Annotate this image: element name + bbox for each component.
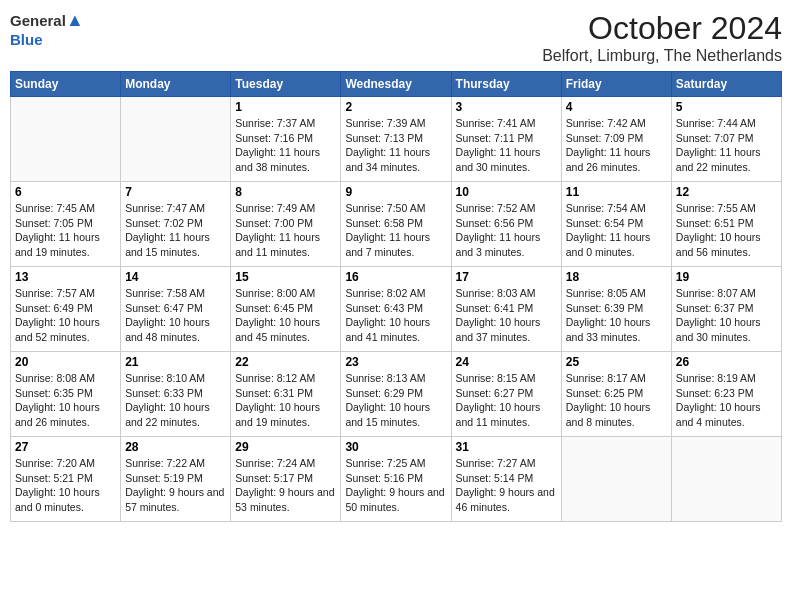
table-row: 27 Sunrise: 7:20 AM Sunset: 5:21 PM Dayl… [11,437,121,522]
sunrise: Sunrise: 7:20 AM [15,457,95,469]
day-number: 17 [456,270,557,284]
day-number: 5 [676,100,777,114]
sunset: Sunset: 7:07 PM [676,132,754,144]
day-number: 14 [125,270,226,284]
daylight-hours: Daylight: 9 hours and 50 minutes. [345,486,444,513]
sunrise: Sunrise: 8:19 AM [676,372,756,384]
table-row: 16 Sunrise: 8:02 AM Sunset: 6:43 PM Dayl… [341,267,451,352]
daylight-hours: Daylight: 11 hours and 30 minutes. [456,146,541,173]
day-number: 20 [15,355,116,369]
sunset: Sunset: 6:23 PM [676,387,754,399]
day-number: 16 [345,270,446,284]
sunrise: Sunrise: 7:54 AM [566,202,646,214]
table-row: 2 Sunrise: 7:39 AM Sunset: 7:13 PM Dayli… [341,97,451,182]
table-row [671,437,781,522]
day-number: 12 [676,185,777,199]
day-number: 22 [235,355,336,369]
sunset: Sunset: 6:41 PM [456,302,534,314]
table-row: 12 Sunrise: 7:55 AM Sunset: 6:51 PM Dayl… [671,182,781,267]
daylight-hours: Daylight: 9 hours and 53 minutes. [235,486,334,513]
sunrise: Sunrise: 8:02 AM [345,287,425,299]
sunrise: Sunrise: 7:27 AM [456,457,536,469]
header-tuesday: Tuesday [231,72,341,97]
table-row: 23 Sunrise: 8:13 AM Sunset: 6:29 PM Dayl… [341,352,451,437]
table-row: 30 Sunrise: 7:25 AM Sunset: 5:16 PM Dayl… [341,437,451,522]
daylight-hours: Daylight: 11 hours and 34 minutes. [345,146,430,173]
header-sunday: Sunday [11,72,121,97]
sunrise: Sunrise: 7:25 AM [345,457,425,469]
logo-bird-icon: ▲ [66,10,84,30]
daylight-hours: Daylight: 11 hours and 22 minutes. [676,146,761,173]
table-row: 20 Sunrise: 8:08 AM Sunset: 6:35 PM Dayl… [11,352,121,437]
day-number: 27 [15,440,116,454]
location-title: Belfort, Limburg, The Netherlands [542,47,782,65]
table-row: 3 Sunrise: 7:41 AM Sunset: 7:11 PM Dayli… [451,97,561,182]
sunrise: Sunrise: 7:37 AM [235,117,315,129]
sunrise: Sunrise: 7:44 AM [676,117,756,129]
table-row: 13 Sunrise: 7:57 AM Sunset: 6:49 PM Dayl… [11,267,121,352]
sunset: Sunset: 5:19 PM [125,472,203,484]
daylight-hours: Daylight: 10 hours and 30 minutes. [676,316,761,343]
sunrise: Sunrise: 8:10 AM [125,372,205,384]
table-row: 28 Sunrise: 7:22 AM Sunset: 5:19 PM Dayl… [121,437,231,522]
daylight-hours: Daylight: 11 hours and 38 minutes. [235,146,320,173]
day-number: 7 [125,185,226,199]
sunrise: Sunrise: 8:17 AM [566,372,646,384]
sunset: Sunset: 6:31 PM [235,387,313,399]
sunset: Sunset: 6:27 PM [456,387,534,399]
table-row: 24 Sunrise: 8:15 AM Sunset: 6:27 PM Dayl… [451,352,561,437]
day-number: 25 [566,355,667,369]
table-row: 26 Sunrise: 8:19 AM Sunset: 6:23 PM Dayl… [671,352,781,437]
sunrise: Sunrise: 8:13 AM [345,372,425,384]
sunset: Sunset: 6:56 PM [456,217,534,229]
header-saturday: Saturday [671,72,781,97]
sunrise: Sunrise: 7:45 AM [15,202,95,214]
daylight-hours: Daylight: 10 hours and 11 minutes. [456,401,541,428]
daylight-hours: Daylight: 10 hours and 19 minutes. [235,401,320,428]
sunset: Sunset: 6:37 PM [676,302,754,314]
day-number: 29 [235,440,336,454]
table-row [11,97,121,182]
sunset: Sunset: 6:25 PM [566,387,644,399]
day-number: 13 [15,270,116,284]
table-row [121,97,231,182]
sunrise: Sunrise: 7:50 AM [345,202,425,214]
page-header: General▲ Blue October 2024 Belfort, Limb… [10,10,782,65]
sunset: Sunset: 6:29 PM [345,387,423,399]
daylight-hours: Daylight: 11 hours and 0 minutes. [566,231,651,258]
day-number: 18 [566,270,667,284]
sunset: Sunset: 6:43 PM [345,302,423,314]
table-row: 21 Sunrise: 8:10 AM Sunset: 6:33 PM Dayl… [121,352,231,437]
sunrise: Sunrise: 7:49 AM [235,202,315,214]
logo: General▲ Blue [10,10,84,48]
header-monday: Monday [121,72,231,97]
table-row: 29 Sunrise: 7:24 AM Sunset: 5:17 PM Dayl… [231,437,341,522]
daylight-hours: Daylight: 10 hours and 37 minutes. [456,316,541,343]
sunset: Sunset: 6:45 PM [235,302,313,314]
daylight-hours: Daylight: 11 hours and 11 minutes. [235,231,320,258]
sunrise: Sunrise: 7:55 AM [676,202,756,214]
sunset: Sunset: 6:51 PM [676,217,754,229]
daylight-hours: Daylight: 10 hours and 48 minutes. [125,316,210,343]
table-row: 18 Sunrise: 8:05 AM Sunset: 6:39 PM Dayl… [561,267,671,352]
logo-general: General [10,12,66,29]
sunrise: Sunrise: 8:08 AM [15,372,95,384]
day-number: 10 [456,185,557,199]
table-row: 14 Sunrise: 7:58 AM Sunset: 6:47 PM Dayl… [121,267,231,352]
day-number: 30 [345,440,446,454]
calendar-table: Sunday Monday Tuesday Wednesday Thursday… [10,71,782,522]
sunset: Sunset: 5:16 PM [345,472,423,484]
sunset: Sunset: 7:11 PM [456,132,534,144]
calendar-body: 1 Sunrise: 7:37 AM Sunset: 7:16 PM Dayli… [11,97,782,522]
calendar-header: Sunday Monday Tuesday Wednesday Thursday… [11,72,782,97]
sunset: Sunset: 7:00 PM [235,217,313,229]
sunrise: Sunrise: 8:07 AM [676,287,756,299]
day-number: 24 [456,355,557,369]
table-row: 17 Sunrise: 8:03 AM Sunset: 6:41 PM Dayl… [451,267,561,352]
daylight-hours: Daylight: 10 hours and 8 minutes. [566,401,651,428]
month-title: October 2024 [542,10,782,47]
day-number: 2 [345,100,446,114]
day-number: 11 [566,185,667,199]
daylight-hours: Daylight: 10 hours and 33 minutes. [566,316,651,343]
title-block: October 2024 Belfort, Limburg, The Nethe… [542,10,782,65]
